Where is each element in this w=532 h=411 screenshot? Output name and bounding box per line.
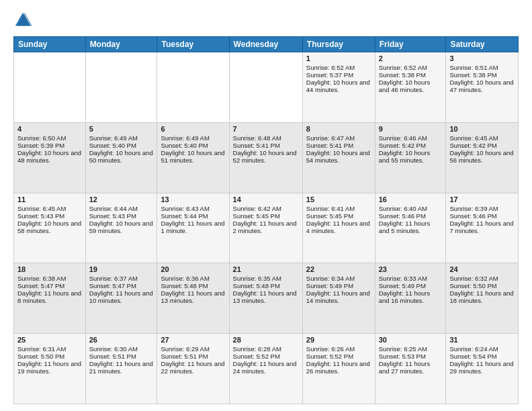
calendar-cell: 25Sunrise: 6:31 AMSunset: 5:50 PMDayligh… bbox=[14, 334, 86, 404]
day-number: 19 bbox=[89, 265, 154, 273]
day-number: 11 bbox=[17, 195, 82, 203]
calendar-cell: 24Sunrise: 6:32 AMSunset: 5:50 PMDayligh… bbox=[446, 263, 519, 334]
calendar-cell: 31Sunrise: 6:24 AMSunset: 5:54 PMDayligh… bbox=[446, 334, 519, 404]
cell-info: Daylight: 11 hours and 27 minutes. bbox=[379, 360, 443, 375]
cell-info: Sunset: 5:52 PM bbox=[233, 353, 299, 360]
cell-info: Sunset: 5:39 PM bbox=[17, 142, 82, 149]
day-header-tuesday: Tuesday bbox=[157, 37, 229, 52]
cell-info: Daylight: 11 hours and 18 minutes. bbox=[449, 289, 515, 304]
cell-info: Sunset: 5:40 PM bbox=[89, 142, 154, 149]
day-number: 20 bbox=[161, 265, 225, 273]
calendar-cell: 16Sunrise: 6:40 AMSunset: 5:46 PMDayligh… bbox=[375, 193, 446, 263]
cell-info: Sunrise: 6:39 AM bbox=[449, 205, 515, 212]
day-number: 10 bbox=[449, 125, 515, 133]
calendar-cell: 4Sunrise: 6:50 AMSunset: 5:39 PMDaylight… bbox=[14, 122, 86, 193]
day-number: 16 bbox=[379, 195, 443, 203]
cell-info: Sunset: 5:52 PM bbox=[306, 353, 371, 360]
day-header-thursday: Thursday bbox=[302, 37, 375, 52]
cell-info: Daylight: 10 hours and 51 minutes. bbox=[161, 149, 225, 164]
cell-info: Daylight: 10 hours and 55 minutes. bbox=[379, 149, 443, 164]
cell-info: Sunset: 5:50 PM bbox=[17, 353, 82, 360]
cell-info: Sunrise: 6:47 AM bbox=[306, 134, 371, 142]
cell-info: Sunrise: 6:44 AM bbox=[89, 205, 154, 212]
calendar-cell: 7Sunrise: 6:48 AMSunset: 5:41 PMDaylight… bbox=[229, 122, 302, 193]
cell-info: Sunrise: 6:24 AM bbox=[449, 345, 515, 353]
calendar-cell: 21Sunrise: 6:35 AMSunset: 5:48 PMDayligh… bbox=[229, 263, 302, 334]
cell-info: Daylight: 11 hours and 7 minutes. bbox=[449, 220, 515, 234]
cell-info: Sunset: 5:45 PM bbox=[306, 212, 371, 220]
week-row-2: 4Sunrise: 6:50 AMSunset: 5:39 PMDaylight… bbox=[14, 122, 519, 193]
cell-info: Daylight: 10 hours and 44 minutes. bbox=[306, 79, 371, 93]
day-number: 4 bbox=[17, 125, 82, 133]
day-number: 28 bbox=[233, 336, 299, 344]
cell-info: Sunset: 5:44 PM bbox=[161, 212, 225, 220]
calendar-cell: 19Sunrise: 6:37 AMSunset: 5:47 PMDayligh… bbox=[85, 263, 157, 334]
cell-info: Sunset: 5:45 PM bbox=[233, 212, 299, 220]
calendar-cell: 5Sunrise: 6:49 AMSunset: 5:40 PMDaylight… bbox=[85, 122, 157, 193]
cell-info: Daylight: 11 hours and 4 minutes. bbox=[306, 220, 371, 234]
calendar-cell: 15Sunrise: 6:41 AMSunset: 5:45 PMDayligh… bbox=[302, 193, 375, 263]
calendar-header: SundayMondayTuesdayWednesdayThursdayFrid… bbox=[14, 37, 519, 52]
calendar-cell: 2Sunrise: 6:52 AMSunset: 5:38 PMDaylight… bbox=[375, 52, 446, 123]
cell-info: Sunset: 5:41 PM bbox=[233, 142, 299, 149]
cell-info: Daylight: 11 hours and 13 minutes. bbox=[233, 289, 299, 304]
day-number: 2 bbox=[379, 54, 443, 62]
cell-info: Daylight: 11 hours and 5 minutes. bbox=[379, 220, 443, 234]
day-number: 3 bbox=[449, 54, 515, 62]
cell-info: Sunset: 5:37 PM bbox=[306, 71, 371, 79]
day-header-saturday: Saturday bbox=[446, 37, 519, 52]
cell-info: Sunrise: 6:25 AM bbox=[379, 345, 443, 353]
day-header-wednesday: Wednesday bbox=[229, 37, 302, 52]
cell-info: Daylight: 11 hours and 14 minutes. bbox=[306, 289, 371, 304]
cell-info: Daylight: 11 hours and 2 minutes. bbox=[233, 220, 299, 234]
calendar-cell bbox=[229, 52, 302, 123]
cell-info: Sunrise: 6:49 AM bbox=[161, 134, 225, 142]
calendar-cell: 28Sunrise: 6:28 AMSunset: 5:52 PMDayligh… bbox=[229, 334, 302, 404]
calendar-cell: 18Sunrise: 6:38 AMSunset: 5:47 PMDayligh… bbox=[14, 263, 86, 334]
cell-info: Sunrise: 6:29 AM bbox=[161, 345, 225, 353]
day-header-monday: Monday bbox=[85, 37, 157, 52]
header-row: SundayMondayTuesdayWednesdayThursdayFrid… bbox=[14, 37, 519, 52]
week-row-4: 18Sunrise: 6:38 AMSunset: 5:47 PMDayligh… bbox=[14, 263, 519, 334]
cell-info: Sunrise: 6:43 AM bbox=[161, 205, 225, 212]
cell-info: Sunset: 5:51 PM bbox=[89, 353, 154, 360]
cell-info: Sunrise: 6:42 AM bbox=[233, 205, 299, 212]
day-number: 31 bbox=[449, 336, 515, 344]
cell-info: Daylight: 10 hours and 59 minutes. bbox=[89, 220, 154, 234]
cell-info: Sunrise: 6:48 AM bbox=[233, 134, 299, 142]
day-number: 5 bbox=[89, 125, 154, 133]
cell-info: Daylight: 10 hours and 52 minutes. bbox=[233, 149, 299, 164]
cell-info: Sunrise: 6:26 AM bbox=[306, 345, 371, 353]
cell-info: Daylight: 11 hours and 16 minutes. bbox=[379, 289, 443, 304]
calendar-cell: 12Sunrise: 6:44 AMSunset: 5:43 PMDayligh… bbox=[85, 193, 157, 263]
cell-info: Sunrise: 6:45 AM bbox=[449, 134, 515, 142]
cell-info: Sunset: 5:47 PM bbox=[89, 282, 154, 289]
calendar-cell: 26Sunrise: 6:30 AMSunset: 5:51 PMDayligh… bbox=[85, 334, 157, 404]
calendar-cell: 11Sunrise: 6:45 AMSunset: 5:43 PMDayligh… bbox=[14, 193, 86, 263]
cell-info: Sunrise: 6:45 AM bbox=[17, 205, 82, 212]
day-number: 12 bbox=[89, 195, 154, 203]
calendar-cell bbox=[157, 52, 229, 123]
cell-info: Sunrise: 6:37 AM bbox=[89, 275, 154, 282]
cell-info: Daylight: 10 hours and 48 minutes. bbox=[17, 149, 82, 164]
cell-info: Daylight: 11 hours and 21 minutes. bbox=[89, 360, 154, 375]
week-row-3: 11Sunrise: 6:45 AMSunset: 5:43 PMDayligh… bbox=[14, 193, 519, 263]
cell-info: Sunrise: 6:30 AM bbox=[89, 345, 154, 353]
day-number: 13 bbox=[161, 195, 225, 203]
cell-info: Sunset: 5:49 PM bbox=[306, 282, 371, 289]
day-header-sunday: Sunday bbox=[14, 37, 86, 52]
day-header-friday: Friday bbox=[375, 37, 446, 52]
day-number: 26 bbox=[89, 336, 154, 344]
cell-info: Sunset: 5:43 PM bbox=[17, 212, 82, 220]
cell-info: Daylight: 10 hours and 47 minutes. bbox=[449, 79, 515, 93]
calendar-cell: 22Sunrise: 6:34 AMSunset: 5:49 PMDayligh… bbox=[302, 263, 375, 334]
week-row-1: 1Sunrise: 6:52 AMSunset: 5:37 PMDaylight… bbox=[14, 52, 519, 123]
cell-info: Sunrise: 6:46 AM bbox=[379, 134, 443, 142]
cell-info: Sunset: 5:38 PM bbox=[379, 71, 443, 79]
cell-info: Daylight: 11 hours and 8 minutes. bbox=[17, 289, 82, 304]
day-number: 6 bbox=[161, 125, 225, 133]
cell-info: Sunrise: 6:52 AM bbox=[306, 64, 371, 71]
calendar-cell: 3Sunrise: 6:51 AMSunset: 5:38 PMDaylight… bbox=[446, 52, 519, 123]
day-number: 30 bbox=[379, 336, 443, 344]
cell-info: Sunset: 5:40 PM bbox=[161, 142, 225, 149]
